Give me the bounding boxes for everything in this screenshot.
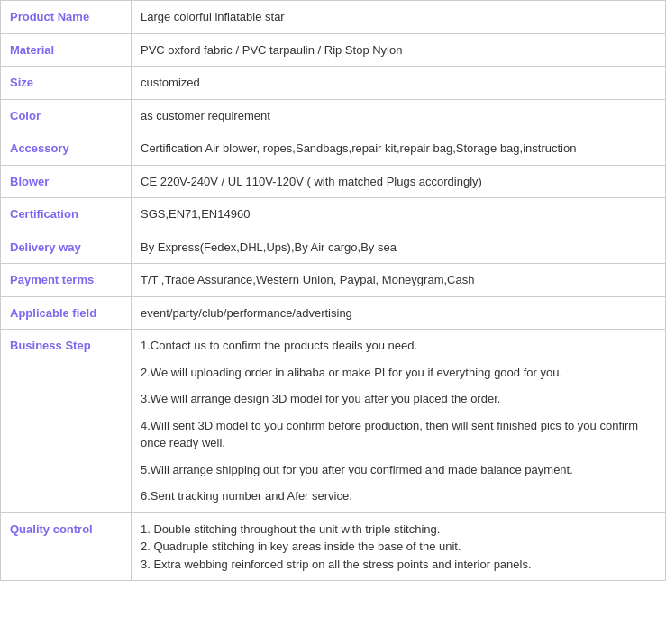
business-step-item: 2.We will uploading order in alibaba or … (141, 364, 656, 382)
row-label: Quality control (1, 512, 132, 581)
table-row: Quality control1. Double stitching throu… (1, 512, 666, 581)
row-label: Material (1, 33, 132, 67)
table-row: AccessoryCertification Air blower, ropes… (1, 132, 666, 166)
business-step-item: 6.Sent tracking number and Afer service. (141, 487, 656, 505)
row-value: as customer requirement (132, 99, 666, 132)
row-value: Certification Air blower, ropes,Sandbags… (132, 132, 666, 166)
row-value: customized (132, 67, 666, 100)
table-row: Payment termsT/T ,Trade Assurance,Wester… (1, 264, 666, 297)
table-row: Sizecustomized (1, 67, 666, 100)
row-label: Payment terms (1, 264, 132, 297)
product-info-table: Product NameLarge colorful inflatable st… (0, 0, 666, 581)
row-label: Color (1, 99, 132, 132)
row-value: By Express(Fedex,DHL,Ups),By Air cargo,B… (132, 231, 666, 264)
table-row: Applicable fieldevent/party/club/perform… (1, 296, 666, 330)
row-value: Large colorful inflatable star (132, 1, 666, 34)
table-row: BlowerCE 220V-240V / UL 110V-120V ( with… (1, 165, 666, 198)
row-label: Business Step (1, 330, 132, 513)
business-step-item: 5.Will arrange shipping out for you afte… (141, 461, 656, 479)
row-label: Size (1, 67, 132, 100)
quality-control-item: 2. Quadruple stitching in key areas insi… (141, 538, 656, 556)
table-row: Business Step1.Contact us to confirm the… (1, 330, 666, 513)
row-label: Product Name (1, 1, 132, 34)
table-row: Product NameLarge colorful inflatable st… (1, 1, 666, 34)
row-value: SGS,EN71,EN14960 (132, 198, 666, 231)
row-value: CE 220V-240V / UL 110V-120V ( with match… (132, 165, 666, 198)
table-row: Delivery wayBy Express(Fedex,DHL,Ups),By… (1, 231, 666, 264)
table-row: MaterialPVC oxford fabric / PVC tarpauli… (1, 33, 666, 67)
row-label: Applicable field (1, 296, 132, 330)
row-value: event/party/club/performance/advertising (132, 296, 666, 330)
table-row: CertificationSGS,EN71,EN14960 (1, 198, 666, 231)
row-label: Certification (1, 198, 132, 231)
row-value: T/T ,Trade Assurance,Western Union, Payp… (132, 264, 666, 297)
row-label: Delivery way (1, 231, 132, 264)
table-row: Coloras customer requirement (1, 99, 666, 132)
row-value: 1.Contact us to confirm the products dea… (132, 330, 666, 513)
quality-control-item: 1. Double stitching throughout the unit … (141, 521, 656, 539)
row-label: Accessory (1, 132, 132, 166)
business-step-item: 1.Contact us to confirm the products dea… (141, 337, 656, 355)
quality-control-item: 3. Extra webbing reinforced strip on all… (141, 556, 656, 574)
business-step-item: 4.Will sent 3D model to you confirm befo… (141, 417, 656, 452)
row-value: 1. Double stitching throughout the unit … (132, 512, 666, 581)
row-label: Blower (1, 165, 132, 198)
row-value: PVC oxford fabric / PVC tarpaulin / Rip … (132, 33, 666, 67)
business-step-item: 3.We will arrange design 3D model for yo… (141, 390, 656, 408)
